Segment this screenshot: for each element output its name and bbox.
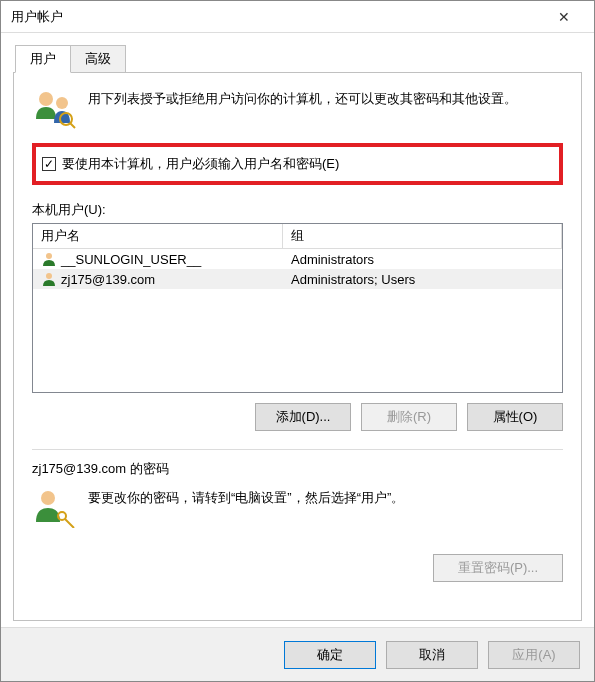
titlebar: 用户帐户 ✕	[1, 1, 594, 33]
svg-point-5	[46, 273, 52, 279]
col-group[interactable]: 组	[283, 224, 562, 248]
password-text: 要更改你的密码，请转到“电脑设置”，然后选择“用户”。	[88, 488, 404, 509]
intro-text: 用下列表授予或拒绝用户访问你的计算机，还可以更改其密码和其他设置。	[88, 89, 517, 110]
window-title: 用户帐户	[11, 8, 544, 26]
intro-row: 用下列表授予或拒绝用户访问你的计算机，还可以更改其密码和其他设置。	[32, 89, 563, 129]
user-table[interactable]: 用户名 组 __SUNLOGIN_USER__ Administrators z…	[32, 223, 563, 393]
password-heading: zj175@139.com 的密码	[32, 460, 563, 478]
svg-line-3	[70, 123, 75, 128]
dialog-content: 用户 高级 用下列表授予或拒绝用户访问你的计算机，还可以更改其密码和其他设置。 …	[1, 33, 594, 627]
tab-strip: 用户 高级	[13, 45, 582, 73]
table-header: 用户名 组	[33, 224, 562, 249]
svg-point-4	[46, 253, 52, 259]
password-row: 要更改你的密码，请转到“电脑设置”，然后选择“用户”。	[32, 488, 563, 528]
dialog-footer: 确定 取消 应用(A)	[1, 627, 594, 681]
users-icon	[32, 89, 76, 129]
user-buttons: 添加(D)... 删除(R) 属性(O)	[32, 403, 563, 431]
user-icon	[41, 251, 57, 267]
reset-password-button: 重置密码(P)...	[433, 554, 563, 582]
require-login-checkbox[interactable]: ✓	[42, 157, 56, 171]
cancel-button[interactable]: 取消	[386, 641, 478, 669]
tab-advanced[interactable]: 高级	[70, 45, 126, 73]
col-username[interactable]: 用户名	[33, 224, 283, 248]
cell-username: __SUNLOGIN_USER__	[61, 252, 201, 267]
divider	[32, 449, 563, 450]
apply-button: 应用(A)	[488, 641, 580, 669]
password-buttons: 重置密码(P)...	[32, 554, 563, 582]
cell-username: zj175@139.com	[61, 272, 155, 287]
require-login-label: 要使用本计算机，用户必须输入用户名和密码(E)	[62, 155, 339, 173]
cell-group: Administrators; Users	[283, 270, 562, 288]
user-accounts-dialog: 用户帐户 ✕ 用户 高级 用下列表授予或拒绝用户访问你的计算机，还可以更改其密码…	[0, 0, 595, 682]
svg-line-8	[65, 519, 74, 528]
svg-point-0	[39, 92, 53, 106]
userlist-label: 本机用户(U):	[32, 201, 563, 219]
table-row[interactable]: __SUNLOGIN_USER__ Administrators	[33, 249, 562, 269]
add-button[interactable]: 添加(D)...	[255, 403, 351, 431]
properties-button[interactable]: 属性(O)	[467, 403, 563, 431]
tab-panel-users: 用下列表授予或拒绝用户访问你的计算机，还可以更改其密码和其他设置。 ✓ 要使用本…	[13, 72, 582, 621]
svg-point-6	[41, 491, 55, 505]
ok-button[interactable]: 确定	[284, 641, 376, 669]
tab-users[interactable]: 用户	[15, 45, 71, 73]
user-key-icon	[32, 488, 76, 528]
remove-button: 删除(R)	[361, 403, 457, 431]
user-icon	[41, 271, 57, 287]
close-icon[interactable]: ✕	[544, 9, 584, 25]
cell-group: Administrators	[283, 250, 562, 268]
table-row[interactable]: zj175@139.com Administrators; Users	[33, 269, 562, 289]
svg-point-1	[56, 97, 68, 109]
require-login-row: ✓ 要使用本计算机，用户必须输入用户名和密码(E)	[32, 143, 563, 185]
